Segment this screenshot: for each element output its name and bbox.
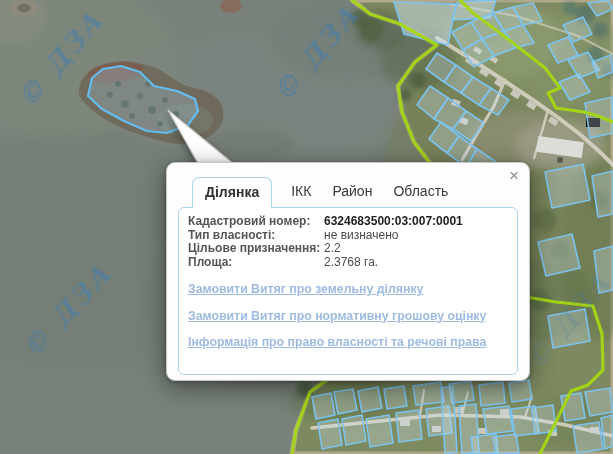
tab-oblast[interactable]: Область <box>391 177 450 207</box>
area-value: 2.3768 га. <box>324 256 378 270</box>
action-links: Замовити Витяг про земельну ділянку Замо… <box>188 282 508 349</box>
field-row: Тип власності: не визначено <box>188 229 508 243</box>
tab-dilyanka[interactable]: Ділянка <box>192 177 272 208</box>
field-label: Тип власності: <box>188 229 324 243</box>
field-label: Кадастровий номер: <box>188 215 324 229</box>
cadastral-map-viewport: © ДЗА © ДЗА © ДЗА © ДЗА × Ділянка ІКК Ра… <box>0 0 613 454</box>
cadastral-number-value: 6324683500:03:007:0001 <box>324 215 463 229</box>
field-label: Цільове призначення: <box>188 242 324 256</box>
tab-rayon[interactable]: Район <box>330 177 374 207</box>
popup-tab-bar: Ділянка ІКК Район Область <box>167 163 529 207</box>
parcel-info-popup: × Ділянка ІКК Район Область Кадастровий … <box>166 162 530 381</box>
ownership-type-value: не визначено <box>324 229 398 243</box>
field-label: Площа: <box>188 256 324 270</box>
tab-ikk[interactable]: ІКК <box>289 177 313 207</box>
order-extract-parcel-link[interactable]: Замовити Витяг про земельну ділянку <box>188 282 423 296</box>
field-row: Цільове призначення: 2.2 <box>188 242 508 256</box>
ownership-info-link[interactable]: Інформація про право власності та речові… <box>188 335 486 349</box>
field-row: Площа: 2.3768 га. <box>188 256 508 270</box>
order-valuation-extract-link[interactable]: Замовити Витяг про нормативну грошову оц… <box>188 309 486 323</box>
field-row: Кадастровий номер: 6324683500:03:007:000… <box>188 215 508 229</box>
purpose-value: 2.2 <box>324 242 341 256</box>
parcel-info-panel: Кадастровий номер: 6324683500:03:007:000… <box>178 207 518 375</box>
